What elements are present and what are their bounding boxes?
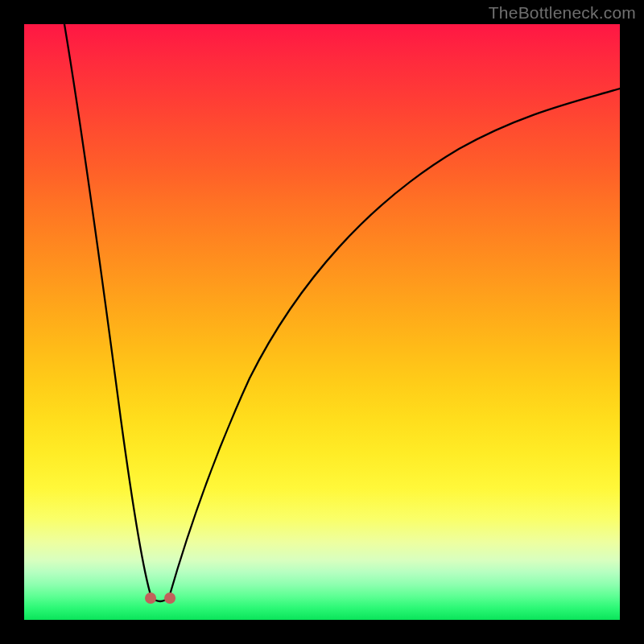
- chart-frame: TheBottleneck.com: [0, 0, 644, 644]
- curve-right-branch: [169, 89, 620, 597]
- curve-layer: [24, 24, 620, 620]
- plot-area: [24, 24, 620, 620]
- curve-left-branch: [64, 24, 151, 597]
- watermark-text: TheBottleneck.com: [489, 3, 636, 23]
